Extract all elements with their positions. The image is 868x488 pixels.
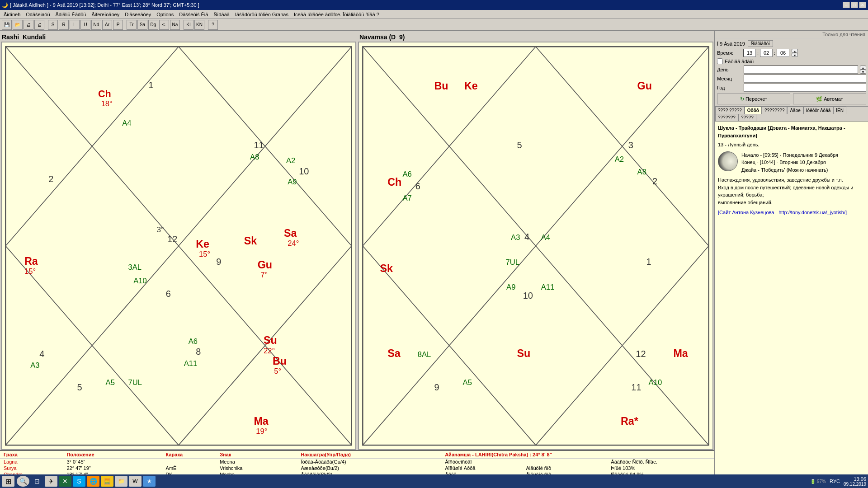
day-up-btn[interactable]: ▲ xyxy=(860,66,866,70)
tab-5[interactable]: Iōēōōr Āōāā xyxy=(803,107,834,114)
menu-aifereio[interactable]: Āifereīoāoey xyxy=(89,11,122,18)
toolbar: 💾 📂 🖨 🖨 S R L U Nd Ar P Tr Sa Dg <- Na K… xyxy=(0,19,868,31)
maximize-button[interactable]: □ xyxy=(851,2,858,8)
tb-u[interactable]: U xyxy=(80,20,90,30)
info-desc1: Наслаждения, удовольствия, заведение дру… xyxy=(718,176,865,184)
taskview-icon[interactable]: ⊡ xyxy=(31,476,43,487)
tb-r[interactable]: R xyxy=(59,20,69,30)
local-time-checkbox[interactable] xyxy=(717,58,723,64)
svg-text:A8: A8 xyxy=(250,153,259,161)
tab-button[interactable]: Ñiāōiāñōī xyxy=(748,40,773,47)
word-icon[interactable]: W xyxy=(129,476,142,487)
minimize-button[interactable]: − xyxy=(843,2,850,8)
excel-icon[interactable]: ✕ xyxy=(59,476,71,487)
time-up-btn[interactable]: ▲ xyxy=(792,49,798,53)
tb-print2[interactable]: 🖨 xyxy=(34,20,44,30)
svg-text:Ma: Ma xyxy=(254,415,269,427)
svg-text:1: 1 xyxy=(148,80,153,90)
tb-sa[interactable]: Sa xyxy=(137,20,147,30)
tb-p[interactable]: P xyxy=(113,20,123,30)
tab-active[interactable]: Oōōō xyxy=(745,107,762,114)
menu-iceaa[interactable]: Iceāā Iōlāóēe ādōfce. Īōiāliāōōū ñīāā ? xyxy=(291,11,382,18)
navamsa-chart: Bu Ke Gu 5 A6 Ch 6 A7 3 A2 A8 2 xyxy=(358,42,713,450)
svg-text:A4: A4 xyxy=(122,119,131,127)
time-hour-input[interactable] xyxy=(743,49,756,57)
tab-6[interactable]: ĪÉN xyxy=(833,107,846,114)
menu-niodaa[interactable]: Ñīdāäā xyxy=(211,11,232,18)
menu-aidineh[interactable]: Āidīneh xyxy=(1,11,23,18)
menu-odaseiaou[interactable]: Odāśeiaóū xyxy=(23,11,52,18)
month-input[interactable] xyxy=(744,75,866,83)
tab-4[interactable]: Āäoe xyxy=(787,107,803,114)
tb-save[interactable]: 💾 xyxy=(2,20,12,30)
rashi-kundali-chart: Ch 18° 1 A4 2 3° 12 Ra 15° 3AL xyxy=(1,42,356,450)
day-row: День ▲ ▼ xyxy=(717,66,866,74)
taskbar: ⊞ 🔍 ⊡ ✈ ✕ S 🌐 🧮 📁 W ★ 🔋 97% RУС 13:06 09… xyxy=(0,474,868,488)
search-icon[interactable]: 🔍 xyxy=(17,476,29,487)
tab-1[interactable]: ???? ????? xyxy=(715,107,745,114)
info-start: Начало - [09:55] - Понедельник 9 Декабря xyxy=(741,151,838,159)
svg-text:5°: 5° xyxy=(274,367,281,375)
svg-text:A9: A9 xyxy=(506,283,515,291)
auto-button[interactable]: 🌿 Автомат xyxy=(793,94,866,104)
svg-text:Gu: Gu xyxy=(258,259,272,271)
tab-7[interactable]: ??????? xyxy=(715,114,738,121)
right-chart-title: Navamsa (D_9) xyxy=(355,33,712,41)
menu-adialiyu[interactable]: Ādiāliū Ēādōū xyxy=(53,11,89,18)
tb-ki[interactable]: KI xyxy=(184,20,193,30)
tb-nd[interactable]: Nd xyxy=(91,20,101,30)
menu-dasseiois[interactable]: Dāśśeōiś Ēiā xyxy=(176,11,211,18)
tb-s[interactable]: S xyxy=(48,20,58,30)
day-down-btn[interactable]: ▼ xyxy=(860,70,866,74)
close-button[interactable]: ✕ xyxy=(859,2,866,8)
svg-text:22°: 22° xyxy=(264,347,275,355)
tb-open[interactable]: 📂 xyxy=(13,20,23,30)
start-button[interactable]: ⊞ xyxy=(2,476,14,487)
tab-3[interactable]: ???????? xyxy=(762,107,788,114)
recalc-button[interactable]: ↻ Пересчет xyxy=(717,94,790,104)
charts-area: Rashi_Kundali Navamsa (D_9) xyxy=(0,31,714,474)
moon-info: Начало - [09:55] - Понедельник 9 Декабря… xyxy=(741,151,838,174)
svg-text:A2: A2 xyxy=(286,156,295,165)
firefox-icon[interactable]: 🌐 xyxy=(87,476,99,487)
tb-print1[interactable]: 🖨 xyxy=(24,20,33,30)
svg-text:5: 5 xyxy=(517,140,522,150)
info-title: Шукла - Трайодаши [Дэвата - Манматха, На… xyxy=(718,124,865,139)
tb-kn[interactable]: KN xyxy=(194,20,204,30)
time-sec-input[interactable] xyxy=(777,49,789,57)
menu-options[interactable]: Options xyxy=(154,11,176,18)
tb-l[interactable]: L xyxy=(70,20,80,30)
tb-dg[interactable]: Dg xyxy=(148,20,158,30)
table-row: Lagna3° 0' 45"MeenaÏōðāà-Āōāàðā(Gu/4)Āîñ… xyxy=(0,459,714,465)
menu-diasee[interactable]: Diāseeāóey xyxy=(122,11,154,18)
year-input[interactable] xyxy=(744,84,866,92)
svg-text:A3: A3 xyxy=(30,361,39,370)
skype-icon[interactable]: S xyxy=(73,476,85,487)
day-input[interactable] xyxy=(744,66,858,74)
tab-8[interactable]: ????? xyxy=(738,114,756,121)
tb-na[interactable]: Na xyxy=(170,20,180,30)
time-down-btn[interactable]: ▼ xyxy=(792,53,798,57)
info-desc3: выполнение обещаний. xyxy=(718,199,865,206)
telegram-icon[interactable]: ✈ xyxy=(45,476,57,487)
files-icon[interactable]: 📁 xyxy=(115,476,127,487)
time-min-input[interactable] xyxy=(760,49,773,57)
svg-text:11: 11 xyxy=(631,382,641,392)
svg-text:Ma: Ma xyxy=(673,347,688,359)
tb-ar[interactable]: Ar xyxy=(102,20,112,30)
svg-text:8: 8 xyxy=(196,347,201,357)
jyotish-icon[interactable]: ★ xyxy=(143,476,156,487)
right-panel: Только для чтения Ī 9 Āsā 2019 Ñiāōiāñōī… xyxy=(714,31,868,474)
battery-status: 🔋 97% xyxy=(810,479,826,484)
tb-back[interactable]: <- xyxy=(159,20,169,30)
checkbox-label: Eāōiāā ādāiū xyxy=(725,59,754,64)
menu-iasadotou[interactable]: Iāśādōrōū Iōlīēo Grahas xyxy=(232,11,291,18)
info-end: Конец - [10:44] - Вторник 10 Декабря xyxy=(741,159,838,166)
svg-text:Ke: Ke xyxy=(196,238,209,250)
moon-phase-row: Начало - [09:55] - Понедельник 9 Декабря… xyxy=(718,151,865,174)
calculator-icon[interactable]: 🧮 xyxy=(101,476,113,487)
info-tabs: ???? ????? Oōōō ???????? Āäoe Iōēōōr Āōā… xyxy=(715,107,868,122)
tb-help[interactable]: ? xyxy=(208,20,218,30)
chart-titles-row: Rashi_Kundali Navamsa (D_9) xyxy=(0,33,714,42)
tb-tr[interactable]: Tr xyxy=(127,20,137,30)
